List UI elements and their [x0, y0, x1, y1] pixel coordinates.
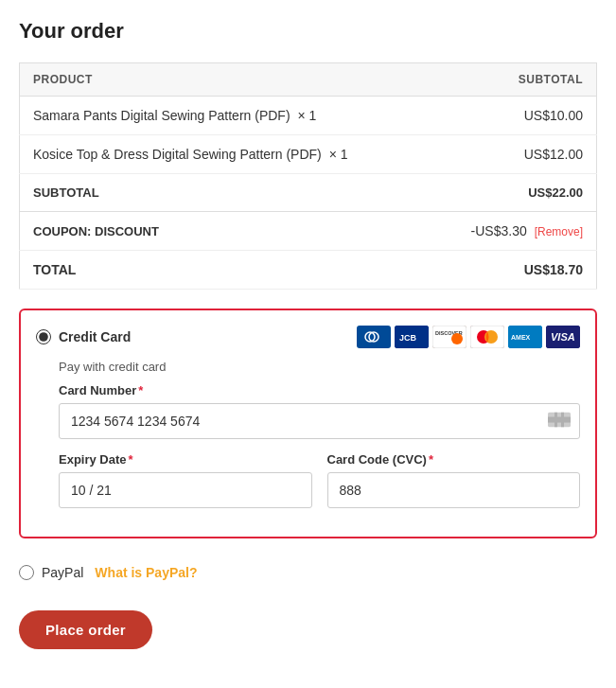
- cvc-label: Card Code (CVC)*: [327, 452, 581, 467]
- svg-point-7: [451, 333, 463, 344]
- card-chip-icon: [548, 413, 571, 431]
- total-label: TOTAL: [20, 251, 431, 290]
- order-table: PRODUCT SUBTOTAL Samara Pants Digital Se…: [19, 62, 597, 290]
- jcb-icon: JCB: [395, 326, 429, 348]
- cvc-input[interactable]: [327, 472, 581, 508]
- expiry-label: Expiry Date*: [59, 452, 312, 467]
- paypal-option-label[interactable]: PayPal What is PayPal?: [19, 565, 597, 580]
- mastercard-icon: [470, 326, 504, 348]
- expiry-input[interactable]: [59, 472, 312, 508]
- required-star-cvc: *: [429, 452, 433, 467]
- svg-rect-16: [548, 417, 571, 423]
- coupon-value: -US$3.30 [Remove]: [430, 212, 596, 251]
- product-name-2: Kosice Top & Dress Digital Sewing Patter…: [20, 135, 431, 174]
- coupon-label: COUPON: DISCOUNT: [20, 212, 431, 251]
- expiry-group: Expiry Date*: [59, 452, 312, 508]
- product-name-1: Samara Pants Digital Sewing Pattern (PDF…: [20, 97, 431, 135]
- cvc-group: Card Code (CVC)*: [327, 452, 581, 508]
- expiry-cvc-row: Expiry Date* Card Code (CVC)*: [59, 452, 580, 521]
- coupon-row: COUPON: DISCOUNT -US$3.30 [Remove]: [20, 212, 597, 251]
- credit-card-radio[interactable]: [36, 329, 51, 344]
- total-row: TOTAL US$18.70: [20, 251, 597, 290]
- credit-card-section: Credit Card JCB DISCOVER: [19, 309, 597, 538]
- svg-rect-17: [554, 413, 557, 428]
- remove-coupon-link[interactable]: [Remove]: [535, 225, 583, 238]
- card-number-input[interactable]: [59, 403, 580, 439]
- svg-text:AMEX: AMEX: [511, 334, 531, 341]
- card-icons: JCB DISCOVER: [357, 326, 580, 348]
- subtotal-row: SUBTOTAL US$22.00: [20, 174, 597, 212]
- card-number-group: Card Number*: [59, 383, 580, 439]
- card-number-wrapper: [59, 403, 580, 439]
- credit-card-header: Credit Card JCB DISCOVER: [36, 326, 580, 348]
- amex-icon: AMEX: [508, 326, 542, 348]
- card-number-label: Card Number*: [59, 383, 580, 397]
- pay-with-label: Pay with credit card: [59, 360, 580, 374]
- credit-card-label: Credit Card: [59, 329, 131, 344]
- svg-rect-18: [561, 413, 564, 428]
- col-product-header: PRODUCT: [20, 63, 431, 97]
- product-subtotal-2: US$12.00: [430, 135, 596, 174]
- svg-text:JCB: JCB: [399, 333, 417, 343]
- credit-card-option-label[interactable]: Credit Card: [36, 329, 131, 344]
- table-row: Kosice Top & Dress Digital Sewing Patter…: [20, 135, 597, 174]
- credit-card-form: Pay with credit card Card Number*: [36, 360, 580, 521]
- page-title: Your order: [19, 19, 597, 44]
- subtotal-label: SUBTOTAL: [20, 174, 431, 212]
- total-value: US$18.70: [430, 251, 596, 290]
- table-row: Samara Pants Digital Sewing Pattern (PDF…: [20, 97, 597, 135]
- discover-icon: DISCOVER: [432, 326, 466, 348]
- visa-icon: VISA: [546, 326, 580, 348]
- col-subtotal-header: SUBTOTAL: [430, 63, 596, 97]
- diners-icon: [357, 326, 391, 348]
- subtotal-value: US$22.00: [430, 174, 596, 212]
- svg-rect-0: [361, 328, 387, 345]
- required-star: *: [138, 383, 143, 397]
- paypal-section: PayPal What is PayPal?: [19, 554, 597, 591]
- product-subtotal-1: US$10.00: [430, 97, 596, 135]
- place-order-button[interactable]: Place order: [19, 610, 152, 649]
- paypal-radio[interactable]: [19, 565, 34, 580]
- paypal-label: PayPal: [42, 565, 83, 580]
- svg-text:VISA: VISA: [551, 331, 575, 343]
- required-star-expiry: *: [129, 452, 133, 467]
- what-is-paypal-link[interactable]: What is PayPal?: [95, 565, 197, 580]
